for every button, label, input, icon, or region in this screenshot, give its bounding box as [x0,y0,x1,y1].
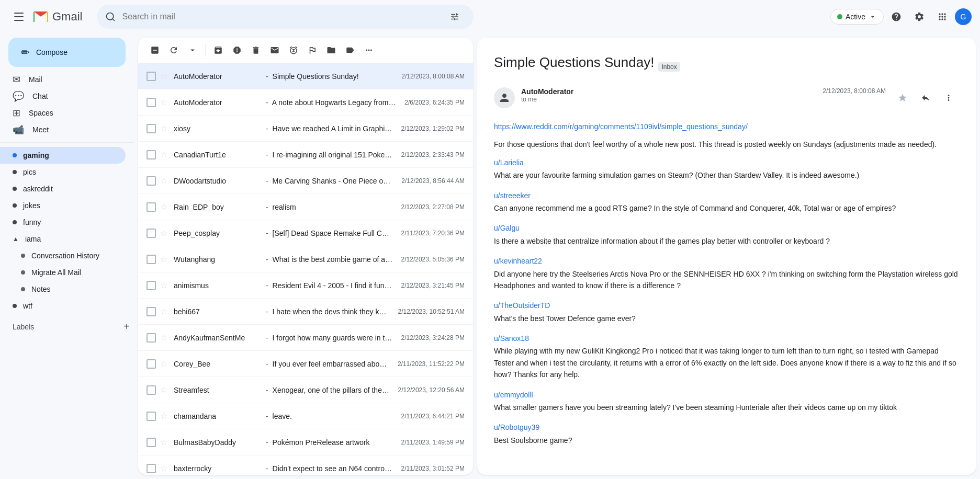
mark-as-read-button[interactable] [266,42,283,59]
more-button[interactable] [184,42,201,59]
email-checkbox[interactable] [147,464,156,473]
kebab-menu-icon [944,93,953,102]
email-star-icon[interactable]: ☆ [160,359,167,369]
email-checkbox[interactable] [147,124,156,133]
more-actions-button[interactable] [361,42,377,59]
minus-prefix: - [266,151,268,159]
email-sender: AutoModerator [174,98,257,107]
minus-prefix: - [266,464,268,473]
email-checkbox[interactable] [147,255,156,264]
sidebar-item-pics[interactable]: pics [0,164,126,180]
star-button[interactable] [892,87,913,108]
email-row[interactable]: ☆ Wutanghang - What is the best zombie g… [138,246,473,272]
email-row[interactable]: ☆ animismus - Resident Evil 4 - 2005 - I… [138,272,473,299]
email-checkbox[interactable] [147,281,156,290]
email-star-icon[interactable]: ☆ [160,437,167,447]
email-row[interactable]: ☆ BulmasBabyDaddy - Pokémon PreRelease a… [138,429,473,455]
add-label-button[interactable]: + [123,321,130,333]
refresh-button[interactable] [165,42,182,59]
active-status-badge[interactable]: Active [830,9,884,25]
email-row[interactable]: ☆ CanadianTurt1e - I re-imagining all or… [138,142,473,168]
email-star-icon[interactable]: ☆ [160,333,167,343]
delete-button[interactable] [247,42,264,59]
email-star-icon[interactable]: ☆ [160,280,167,290]
sidebar-item-migrate-all-mail[interactable]: Migrate All Mail [0,264,126,281]
user-avatar[interactable]: G [955,8,972,25]
email-row[interactable]: ☆ AutoModerator - A note about Hogwarts … [138,89,473,116]
reply-button[interactable] [915,87,936,108]
menu-button[interactable] [8,6,29,27]
sidebar-item-notes[interactable]: Notes [0,281,126,298]
email-checkbox[interactable] [147,98,156,107]
checkbox-icon [150,45,160,55]
email-checkbox[interactable] [147,229,156,238]
report-spam-button[interactable] [229,42,245,59]
email-star-icon[interactable]: ☆ [160,463,167,473]
sidebar-item-spaces[interactable]: ⊞ Spaces [0,105,126,121]
email-row[interactable]: ☆ AndyKaufmanSentMe - I forgot how many … [138,325,473,351]
chevron-down-icon [869,13,877,21]
email-checkbox[interactable] [147,359,156,369]
sidebar-item-chat[interactable]: 💬 Chat [0,88,126,105]
settings-button[interactable] [909,6,930,27]
email-checkbox[interactable] [147,385,156,395]
archive-button[interactable] [210,42,227,59]
email-row[interactable]: ☆ behi667 - I hate when the devs think t… [138,299,473,325]
email-star-icon[interactable]: ☆ [160,228,167,238]
email-checkbox[interactable] [147,307,156,316]
email-row[interactable]: ☆ AutoModerator - Simple Questions Sunda… [138,63,473,89]
email-row[interactable]: ☆ xiosy - Have we reached A Limit in Gra… [138,116,473,142]
add-to-tasks-button[interactable] [304,42,321,59]
sidebar-item-askreddit[interactable]: askreddit [0,180,126,197]
qa-text: What's the best Tower Defence game ever? [494,313,959,324]
more-options-button[interactable] [938,87,959,108]
move-to-button[interactable] [323,42,340,59]
select-all-checkbox[interactable] [147,42,163,59]
sidebar-item-gaming[interactable]: gaming [0,147,126,164]
email-star-icon[interactable]: ☆ [160,97,167,107]
sidebar-item-iama[interactable]: ▲ iama [0,231,126,247]
apps-button[interactable] [932,6,953,27]
help-button[interactable] [886,6,907,27]
sidebar-item-jokes[interactable]: jokes [0,197,126,214]
sidebar-item-funny[interactable]: funny [0,214,126,231]
email-row[interactable]: ☆ Peep_cosplay - [Self] Dead Space Remak… [138,220,473,246]
compose-button[interactable]: ✏ Compose [8,38,126,67]
email-checkbox[interactable] [147,438,156,447]
email-row[interactable]: ☆ chamandana - leave. 2/11/2023, 6:44:21… [138,403,473,429]
email-row[interactable]: ☆ DWoodartstudio - Me Carving Shanks - O… [138,168,473,194]
email-row[interactable]: ☆ Streamfest - Xenogear, one of the pill… [138,377,473,403]
labels-header: Labels + [0,318,134,335]
sidebar-item-meet[interactable]: 📹 Meet [0,121,126,138]
email-star-icon[interactable]: ☆ [160,306,167,316]
qa-item: u/kevinheart22 Did anyone here try the S… [494,255,959,291]
email-star-icon[interactable]: ☆ [160,123,167,133]
funny-label-dot [13,220,17,224]
email-star-icon[interactable]: ☆ [160,202,167,212]
email-checkbox[interactable] [147,72,156,81]
email-star-icon[interactable]: ☆ [160,254,167,264]
snooze-button[interactable] [285,42,302,59]
reddit-link[interactable]: https://www.reddit.com/r/gaming/comments… [494,122,748,131]
email-star-icon[interactable]: ☆ [160,385,167,395]
search-options-button[interactable] [444,6,465,27]
email-star-icon[interactable]: ☆ [160,71,167,81]
email-checkbox[interactable] [147,333,156,343]
label-as-button[interactable] [342,42,358,59]
email-star-icon[interactable]: ☆ [160,176,167,186]
search-input[interactable] [122,12,442,21]
email-star-icon[interactable]: ☆ [160,411,167,421]
email-row[interactable]: ☆ Rain_EDP_boy - realism 2/12/2023, 2:27… [138,194,473,220]
email-subject: - What is the best zombie game of all ti… [266,255,393,264]
email-checkbox[interactable] [147,150,156,159]
email-checkbox[interactable] [147,412,156,421]
email-row[interactable]: ☆ Corey_Bee - If you ever feel embarrass… [138,351,473,377]
email-checkbox[interactable] [147,176,156,186]
email-checkbox[interactable] [147,202,156,212]
sidebar-item-wtf[interactable]: wtf [0,298,126,314]
email-row[interactable]: ☆ baxterrocky - Didn't expect to see an … [138,455,473,475]
tasks-icon [308,45,317,55]
sidebar-item-conversation-history[interactable]: Conversation History [0,247,126,264]
email-star-icon[interactable]: ☆ [160,150,167,159]
sidebar-item-mail[interactable]: ✉ Mail [0,71,126,88]
